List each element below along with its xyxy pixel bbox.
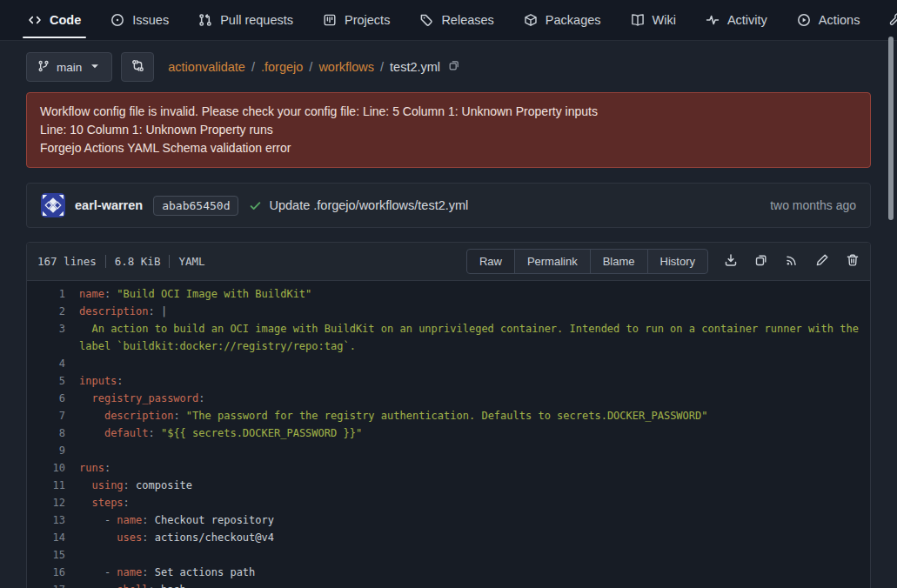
code-line: 16 - name: Set actions path	[27, 564, 870, 581]
tab-activity[interactable]: Activity	[704, 0, 769, 40]
meta-divider	[105, 255, 106, 268]
issue-icon	[110, 13, 124, 27]
code-line: 5inputs:	[27, 372, 870, 390]
code-line: 8 default: "${{ secrets.DOCKER_PASSWORD …	[27, 424, 870, 442]
tab-label-wiki: Wiki	[653, 13, 676, 27]
line-number[interactable]: 16	[27, 564, 79, 581]
download-button[interactable]	[724, 253, 738, 271]
play-circle-icon	[797, 13, 811, 27]
breadcrumb-separator: /	[380, 60, 384, 74]
package-icon	[524, 13, 538, 27]
line-number[interactable]: 10	[27, 459, 79, 477]
blame-button[interactable]: Blame	[590, 249, 648, 274]
line-number[interactable]: 6	[27, 390, 79, 407]
tab-actions[interactable]: Actions	[795, 0, 862, 40]
line-number[interactable]: 7	[27, 407, 79, 424]
file-meta: 167 lines 6.8 KiB YAML	[37, 255, 205, 268]
tab-packages[interactable]: Packages	[522, 0, 603, 40]
tab-label-packages: Packages	[546, 13, 601, 27]
line-number[interactable]: 3	[27, 320, 79, 355]
line-number[interactable]: 11	[27, 477, 79, 494]
commit-author[interactable]: earl-warren	[75, 198, 143, 212]
tab-label-pull-requests: Pull requests	[220, 13, 293, 27]
tab-label-projects: Projects	[345, 13, 390, 27]
commit-time: two months ago	[770, 198, 856, 212]
line-number[interactable]: 14	[27, 529, 79, 546]
repo-file-page: CodeIssuesPull requestsProjectsReleasesP…	[0, 0, 897, 588]
branch-icon	[37, 60, 50, 75]
file-size: 6.8 KiB	[115, 255, 161, 268]
avatar[interactable]	[41, 193, 65, 217]
code-line: 15	[27, 546, 870, 564]
file-card: 167 lines 6.8 KiB YAML RawPermalinkBlame…	[26, 242, 871, 588]
line-number[interactable]: 5	[27, 372, 79, 390]
line-number[interactable]: 9	[27, 442, 79, 459]
tab-wiki[interactable]: Wiki	[629, 0, 678, 40]
copy-icon	[448, 59, 460, 75]
line-number[interactable]: 12	[27, 494, 79, 511]
raw-button[interactable]: Raw	[466, 249, 515, 274]
tab-projects[interactable]: Projects	[321, 0, 392, 40]
meta-divider	[169, 255, 170, 268]
tab-label-issues: Issues	[132, 13, 169, 27]
copy-path-button[interactable]	[448, 59, 460, 75]
line-number[interactable]: 8	[27, 424, 79, 442]
file-view-buttons: RawPermalinkBlameHistory	[466, 249, 708, 274]
code-line: 1name: "Build OCI Image with BuildKit"	[27, 285, 870, 303]
code-icon	[28, 13, 42, 27]
delete-button[interactable]	[846, 253, 860, 271]
copy-content-button[interactable]	[754, 253, 768, 271]
code-line: 2description: |	[27, 303, 870, 320]
pull-request-icon	[198, 13, 212, 27]
breadcrumb-separator: /	[309, 60, 312, 74]
code-line: 17 shell: bash	[27, 581, 870, 588]
error-line: Line: 10 Column 1: Unknown Property runs	[40, 121, 857, 139]
line-number[interactable]: 13	[27, 511, 79, 529]
code-line: 13 - name: Checkout repository	[27, 511, 870, 529]
line-number[interactable]: 4	[27, 355, 79, 372]
latest-commit-bar: earl-warren abab65450d Update .forgejo/w…	[26, 183, 871, 228]
caret-down-icon	[89, 60, 101, 75]
line-number[interactable]: 17	[27, 581, 79, 588]
repo-nav: CodeIssuesPull requestsProjectsReleasesP…	[0, 0, 897, 41]
rss-feed-button[interactable]	[785, 253, 799, 271]
code-line: 3 An action to build an OCI image with B…	[27, 320, 870, 355]
line-content	[79, 355, 870, 372]
tab-issues[interactable]: Issues	[109, 0, 171, 40]
pulse-icon	[706, 13, 720, 27]
breadcrumb: actionvalidate/.forgejo/workflows/test2.…	[168, 60, 440, 74]
line-number[interactable]: 2	[27, 303, 79, 320]
scrollbar-thumb[interactable]	[888, 37, 894, 220]
compare-button[interactable]	[121, 52, 154, 82]
breadcrumb-segment-actionvalidate[interactable]: actionvalidate	[168, 60, 245, 74]
breadcrumb-segment-workflows[interactable]: workflows	[318, 60, 374, 74]
tab-code[interactable]: Code	[26, 0, 83, 40]
check-icon[interactable]	[249, 199, 262, 212]
branch-name: main	[57, 61, 82, 74]
tab-releases[interactable]: Releases	[418, 0, 495, 40]
error-line: Forgejo Actions YAML Schema validation e…	[40, 139, 857, 157]
code-line: 11 using: composite	[27, 477, 870, 494]
file-language: YAML	[178, 255, 204, 268]
line-content: description: "The password for the regis…	[79, 407, 870, 424]
code-line: 4	[27, 355, 870, 372]
code-line: 14 uses: actions/checkout@v4	[27, 529, 870, 546]
scrollbar-track[interactable]	[887, 0, 897, 588]
workflow-error-alert: Workflow config file is invalid. Please …	[26, 92, 871, 168]
rss-icon	[785, 253, 799, 271]
tab-pull-requests[interactable]: Pull requests	[197, 0, 295, 40]
line-content: - name: Checkout repository	[79, 511, 870, 529]
tab-label-releases: Releases	[441, 13, 493, 27]
breadcrumb-segment--forgejo[interactable]: .forgejo	[261, 60, 303, 74]
error-line: Workflow config file is invalid. Please …	[40, 103, 857, 121]
history-button[interactable]: History	[647, 249, 708, 274]
branch-selector[interactable]: main	[26, 52, 112, 82]
tab-label-code: Code	[50, 13, 81, 27]
commit-hash[interactable]: abab65450d	[153, 196, 238, 216]
line-number[interactable]: 15	[27, 546, 79, 564]
permalink-button[interactable]: Permalink	[514, 249, 591, 274]
line-number[interactable]: 1	[27, 285, 79, 303]
code-line: 10runs:	[27, 459, 870, 477]
commit-message[interactable]: Update .forgejo/workflows/test2.yml	[269, 198, 468, 212]
edit-button[interactable]	[815, 253, 829, 271]
